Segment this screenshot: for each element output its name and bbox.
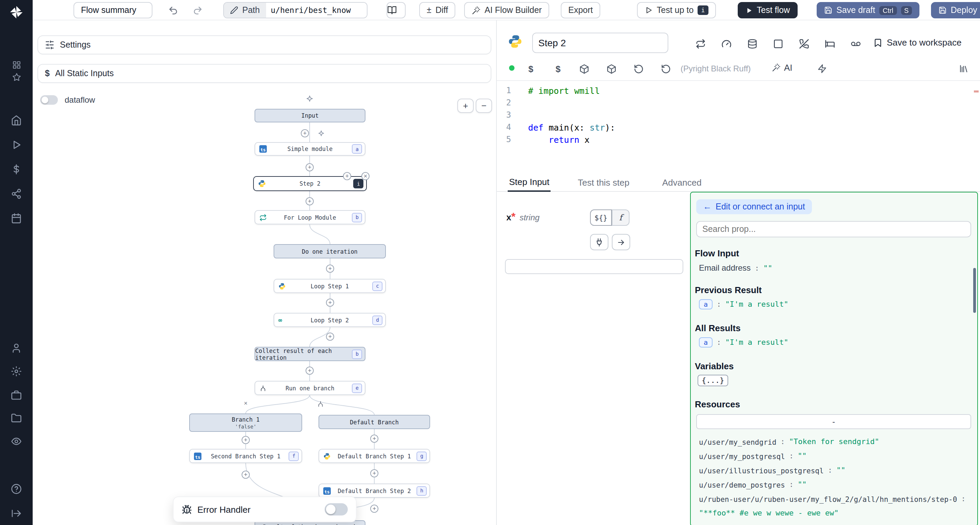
package-lock-button[interactable] [605, 63, 618, 75]
javascript-mode-button[interactable]: f [612, 209, 630, 226]
tab-advanced[interactable]: Advanced [661, 173, 703, 192]
test-flow-button[interactable]: Test flow [738, 2, 797, 18]
path-button[interactable]: Path [224, 3, 266, 18]
sidebar-item-runs[interactable] [0, 137, 33, 152]
sidebar-item-settings[interactable] [0, 364, 33, 379]
sidebar-item-audit-logs[interactable] [0, 434, 33, 449]
resource-row[interactable]: u/user/illustrious_postgresql : "" [699, 466, 845, 475]
resource-row[interactable]: u/ruben-user/u/ruben-user/my_flow_2/g/al… [699, 495, 966, 503]
docs-button[interactable] [387, 2, 406, 18]
prop-row-previous-result[interactable]: a : "I'm a result" [699, 299, 788, 309]
node-default-branch-step-2[interactable]: ts Default Branch Step 2 h [318, 484, 430, 498]
code-editor[interactable]: 1 2 3 4 5 # import wmill def main(x: str… [497, 81, 980, 172]
zoom-in-button[interactable]: + [457, 98, 474, 113]
node-for-loop[interactable]: For Loop Module b [255, 210, 366, 224]
ai-suggest-icon[interactable] [305, 95, 314, 103]
add-step-button[interactable]: + [305, 366, 314, 375]
add-step-button[interactable]: + [370, 504, 379, 513]
add-step-button[interactable]: + [242, 436, 250, 444]
error-handler-toggle[interactable] [325, 503, 348, 515]
resource-value-row[interactable]: "**foo** #e we w wewe - ewe ew" [699, 509, 839, 517]
library-panel-button[interactable] [957, 63, 970, 75]
node-input[interactable]: Input [255, 109, 366, 122]
tab-step-input[interactable]: Step Input [508, 173, 551, 192]
add-step-button[interactable]: + [326, 298, 334, 307]
ai-assistant-button[interactable]: AI [772, 63, 792, 73]
sidebar-item-resources[interactable] [0, 186, 33, 201]
remove-branch-button[interactable]: × [242, 400, 250, 408]
sidebar-item-variables[interactable] [0, 162, 33, 177]
add-resource-button[interactable]: $ [551, 63, 565, 75]
resource-row[interactable]: u/user/my_sendgrid : "Token for sendgrid… [699, 437, 879, 446]
instant-preview-button[interactable] [815, 63, 829, 75]
zoom-out-button[interactable]: − [476, 98, 492, 113]
add-step-button[interactable]: + [370, 435, 379, 443]
save-draft-button[interactable]: Save draftCtrlS [817, 2, 920, 18]
variables-chip[interactable]: {...} [698, 375, 728, 386]
diff-button[interactable]: ±Diff [419, 2, 456, 18]
node-simple-module[interactable]: ts Simple module a [255, 142, 366, 156]
mock-button[interactable] [771, 37, 785, 50]
deploy-button[interactable]: Deploy [931, 2, 980, 18]
ai-suggest-icon[interactable] [318, 130, 325, 137]
node-second-branch-step-1[interactable]: ts Second Branch Step 1 f [189, 449, 302, 463]
scrollbar-thumb[interactable] [973, 268, 976, 313]
node-default-branch-step-1[interactable]: Default Branch Step 1 g [318, 449, 430, 463]
dependencies-button[interactable] [577, 63, 591, 75]
add-branch-button[interactable] [317, 400, 324, 408]
test-up-to-button[interactable]: Test up toi [637, 2, 716, 18]
flow-summary-button[interactable]: Flow summary [73, 2, 153, 18]
cache-button[interactable] [745, 37, 759, 50]
resource-row[interactable]: u/user/my_postgresql : "" [699, 452, 807, 460]
edit-or-connect-button[interactable]: ← Edit or connect an input [696, 199, 812, 214]
retry-settings-button[interactable] [694, 37, 707, 50]
apply-connection-button[interactable] [612, 234, 630, 250]
node-do-one-iteration[interactable]: Do one iteration [274, 244, 386, 259]
add-step-button[interactable]: + [370, 469, 379, 477]
node-collect-result[interactable]: Collect result of each iteration b [255, 347, 366, 361]
connect-input-button[interactable] [590, 234, 608, 250]
flow-settings-bar[interactable]: Settings [37, 35, 492, 54]
step-name-input[interactable] [532, 33, 668, 53]
add-step-button[interactable]: + [326, 333, 334, 341]
prop-row-email-address[interactable]: Email address : "" [699, 263, 772, 273]
arg-value-input[interactable] [505, 259, 683, 274]
template-mode-button[interactable]: ${} [590, 209, 612, 226]
ai-flow-builder-button[interactable]: AI Flow Builder [464, 2, 549, 18]
reset-code-button[interactable] [632, 63, 645, 75]
sidebar-collapse-button[interactable] [0, 506, 33, 521]
concurrency-button[interactable] [849, 37, 862, 50]
sidebar-item-users[interactable] [0, 341, 33, 356]
prop-row-all-results[interactable]: a : "I'm a result" [699, 337, 788, 347]
sidebar-item-schedules[interactable] [0, 211, 33, 226]
sidebar-item-workers[interactable] [0, 388, 33, 403]
node-loop-step-1[interactable]: Loop Step 1 c [274, 279, 386, 293]
add-step-button[interactable]: + [305, 163, 314, 171]
add-step-button[interactable]: + [242, 471, 250, 479]
add-step-button[interactable]: + [301, 129, 309, 137]
add-step-button[interactable]: + [305, 197, 314, 205]
node-branch-1[interactable]: Branch 1 'false' [189, 414, 302, 432]
resource-row[interactable]: u/user/demo_postgres : "" [699, 480, 807, 489]
sidebar-item-home[interactable] [0, 113, 33, 128]
sidebar-item-help[interactable] [0, 482, 33, 496]
tab-test-this-step[interactable]: Test this step [576, 173, 631, 192]
suspend-button[interactable] [797, 37, 811, 50]
static-inputs-bar[interactable]: $ All Static Inputs [37, 64, 492, 83]
node-run-one-branch[interactable]: Run one branch e [255, 381, 366, 395]
node-default-branch[interactable]: Default Branch [318, 415, 430, 429]
undo-button[interactable] [166, 4, 180, 16]
sidebar-item-favorites[interactable] [0, 69, 33, 84]
code-assistants-button[interactable]: (Pyright Black Ruff) [681, 64, 751, 73]
early-stop-button[interactable] [719, 37, 733, 50]
export-button[interactable]: Export [561, 2, 600, 18]
add-variable-button[interactable]: $ [524, 63, 538, 75]
path-input[interactable] [266, 3, 366, 18]
reload-button[interactable] [659, 63, 672, 75]
prop-search-input[interactable] [696, 221, 971, 237]
dataflow-toggle[interactable] [40, 95, 58, 105]
remove-step-button[interactable]: × [361, 172, 369, 180]
sleep-button[interactable] [823, 37, 837, 50]
resource-empty-row[interactable]: - [696, 414, 971, 429]
add-step-button[interactable]: + [326, 265, 334, 273]
